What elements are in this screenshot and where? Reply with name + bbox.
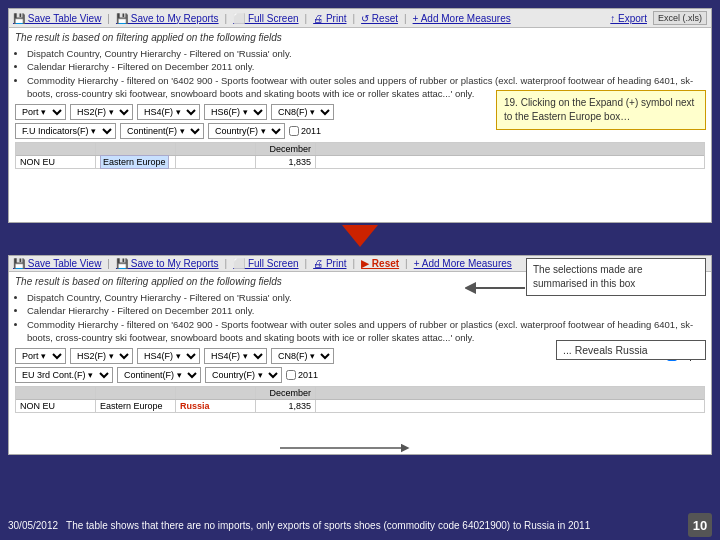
save-table-view-btn-2[interactable]: 💾 Save Table View bbox=[13, 258, 101, 269]
reveals-russia-text: ... Reveals Russia bbox=[563, 344, 648, 356]
cell-eastern-europe: Eastern Europe bbox=[96, 156, 176, 168]
col1-header bbox=[16, 143, 96, 155]
top-toolbar: 💾 Save Table View | 💾 Save to My Reports… bbox=[9, 9, 711, 28]
year-checkbox-top[interactable]: 2011 bbox=[289, 126, 321, 136]
bullet-item: Calendar Hierarchy - Filtered on Decembe… bbox=[27, 60, 705, 73]
callout-top: 19. Clicking on the Expand (+) symbol ne… bbox=[496, 90, 706, 130]
reset-btn-2[interactable]: ▶ Reset bbox=[361, 258, 399, 269]
footer-text: The table shows that there are no import… bbox=[66, 520, 680, 531]
hs4b-select-bottom[interactable]: HS4(F) ▾ bbox=[204, 348, 267, 364]
b-col1-header bbox=[16, 387, 96, 399]
reset-btn[interactable]: ↺ Reset bbox=[361, 13, 398, 24]
col2-header bbox=[96, 143, 176, 155]
arrow-down-icon bbox=[342, 225, 378, 247]
main-container: 💾 Save Table View | 💾 Save to My Reports… bbox=[0, 0, 720, 540]
arrow-russia-icon bbox=[280, 438, 410, 458]
table-header-bottom: December bbox=[16, 387, 704, 400]
bullet-item: Dispatch Country, Country Hierarchy - Fi… bbox=[27, 47, 705, 60]
port-select-top[interactable]: Port ▾ bbox=[15, 104, 66, 120]
arrow-to-panel-icon bbox=[465, 278, 525, 298]
callout-bottom-right-text: The selections made are summarised in th… bbox=[533, 264, 643, 289]
b-col2-header bbox=[96, 387, 176, 399]
year-checkbox-bottom[interactable]: 2011 bbox=[286, 370, 318, 380]
fu-indicators-select[interactable]: F.U Indicators(F) ▾ bbox=[15, 123, 116, 139]
cell-non-eu: NON EU bbox=[16, 156, 96, 168]
cell-country bbox=[176, 156, 256, 168]
eu3rd-select[interactable]: EU 3rd Cont.(F) ▾ bbox=[15, 367, 113, 383]
add-measures-btn[interactable]: + Add More Measures bbox=[413, 13, 511, 24]
b-cell-eastern-europe: Eastern Europe bbox=[96, 400, 176, 412]
hs2-select-top[interactable]: HS2(F) ▾ bbox=[70, 104, 133, 120]
hs4-select-bottom[interactable]: HS4(F) ▾ bbox=[137, 348, 200, 364]
country-select-top[interactable]: Country(F) ▾ bbox=[208, 123, 285, 139]
bullet-item-b2: Calendar Hierarchy - Filtered on Decembe… bbox=[27, 304, 705, 317]
port-select-bottom[interactable]: Port ▾ bbox=[15, 348, 66, 364]
footer-date: 30/05/2012 bbox=[8, 520, 58, 531]
eastern-europe-highlight[interactable]: Eastern Europe bbox=[100, 155, 169, 169]
add-measures-btn-2[interactable]: + Add More Measures bbox=[414, 258, 512, 269]
full-screen-btn-2[interactable]: ⬜ Full Screen bbox=[233, 258, 298, 269]
filter-info-top: The result is based on filtering applied… bbox=[15, 32, 705, 43]
col3-header bbox=[176, 143, 256, 155]
top-table: December NON EU Eastern Europe 1,835 bbox=[15, 142, 705, 169]
callout-bottom-right: The selections made are summarised in th… bbox=[526, 258, 706, 296]
b-col3-header bbox=[176, 387, 256, 399]
b-cell-russia: Russia bbox=[176, 400, 256, 412]
cn8-select-top[interactable]: CN8(F) ▾ bbox=[271, 104, 334, 120]
full-screen-btn[interactable]: ⬜ Full Screen bbox=[233, 13, 298, 24]
export-btn-top[interactable]: ↑ Export bbox=[610, 13, 647, 24]
print-btn[interactable]: 🖨 Print bbox=[313, 13, 346, 24]
value-header: December bbox=[256, 143, 316, 155]
bottom-table: December NON EU Eastern Europe Russia 1,… bbox=[15, 386, 705, 413]
b-cell-value: 1,835 bbox=[256, 400, 316, 412]
callout-russia: ... Reveals Russia bbox=[556, 340, 706, 360]
footer-bar: 30/05/2012 The table shows that there ar… bbox=[0, 510, 720, 540]
bullet-list-bottom: Dispatch Country, Country Hierarchy - Fi… bbox=[15, 291, 705, 344]
table-row: NON EU Eastern Europe 1,835 bbox=[16, 156, 704, 168]
hs4-select-top[interactable]: HS4(F) ▾ bbox=[137, 104, 200, 120]
b-cell-non-eu: NON EU bbox=[16, 400, 96, 412]
hs6-select-top[interactable]: HS6(F) ▾ bbox=[204, 104, 267, 120]
hs2-select-bottom[interactable]: HS2(F) ▾ bbox=[70, 348, 133, 364]
fields-row-bottom: EU 3rd Cont.(F) ▾ Continent(F) ▾ Country… bbox=[15, 367, 705, 383]
excel-btn[interactable]: Excel (.xls) bbox=[653, 11, 707, 25]
save-table-view-btn[interactable]: 💾 Save Table View bbox=[13, 13, 101, 24]
print-btn-2[interactable]: 🖨 Print bbox=[313, 258, 346, 269]
cn8-select-bottom[interactable]: CN8(F) ▾ bbox=[271, 348, 334, 364]
callout-top-text: 19. Clicking on the Expand (+) symbol ne… bbox=[504, 97, 694, 122]
table-row-bottom: NON EU Eastern Europe Russia 1,835 bbox=[16, 400, 704, 412]
continent-select-bottom[interactable]: Continent(F) ▾ bbox=[117, 367, 201, 383]
b-value-header: December bbox=[256, 387, 316, 399]
save-reports-btn[interactable]: 💾 Save to My Reports bbox=[116, 13, 219, 24]
country-select-bottom[interactable]: Country(F) ▾ bbox=[205, 367, 282, 383]
cell-value-top: 1,835 bbox=[256, 156, 316, 168]
continent-select-top[interactable]: Continent(F) ▾ bbox=[120, 123, 204, 139]
save-reports-btn-2[interactable]: 💾 Save to My Reports bbox=[116, 258, 219, 269]
footer-page-num: 10 bbox=[688, 513, 712, 537]
